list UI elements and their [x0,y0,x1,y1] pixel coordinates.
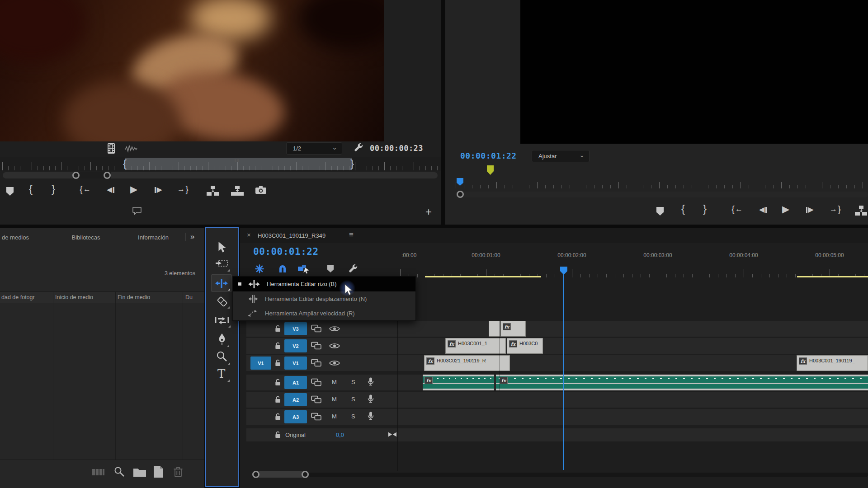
panel-menu-icon[interactable]: ≡ [349,231,354,239]
timeline-clip-v2-1[interactable]: fx H003C001_1 [445,338,506,354]
zoom-tool-button[interactable] [216,351,228,362]
edit-point-line[interactable] [500,321,500,390]
timeline-clip-v1-1[interactable]: fx H003C021_190119_R [424,355,510,371]
a2-mute-button[interactable]: M [332,396,337,403]
v1-sync-lock-button[interactable] [311,359,321,367]
v2-track-button[interactable]: V2 [284,339,307,352]
a3-mute-button[interactable]: M [332,413,337,420]
a2-sync-lock-button[interactable] [311,395,321,404]
a2-voiceover-button[interactable] [367,394,374,404]
zoom-handle-left[interactable] [72,172,80,179]
column-media-start[interactable]: Inicio de medio [55,294,93,300]
add-panel-button[interactable]: + [425,206,432,217]
new-item-button[interactable] [153,465,164,478]
tab-media-browser[interactable]: de medios [2,234,29,241]
selection-tool-button[interactable] [217,241,226,253]
timeline-ruler[interactable]: :00:00 00:00:01:00 00:00:02:00 00:00:03:… [399,249,868,278]
column-frame-rate[interactable]: dad de fotogr [1,294,35,300]
delete-button[interactable] [173,466,183,478]
v2-sync-lock-button[interactable] [311,342,321,350]
program-go-to-in-button[interactable]: { ← [731,204,743,214]
overwrite-button[interactable] [231,185,244,196]
drag-video-only-button[interactable] [107,143,116,154]
column-media-end[interactable]: Fin de medio [118,294,150,300]
v3-toggle-visibility-button[interactable] [329,325,340,332]
source-scrub-ruler[interactable]: { } [0,157,441,171]
timeline-clip-v1-2[interactable]: fx H003C001_190119_ [797,355,868,371]
a1-voiceover-button[interactable] [367,377,374,386]
new-bin-button[interactable] [133,467,146,477]
source-step-forward-button[interactable]: ▶ [155,186,162,193]
a3-track-button[interactable]: A3 [284,410,307,423]
a3-sync-lock-button[interactable] [311,413,321,421]
annotation-button[interactable] [132,206,142,215]
type-tool-button[interactable]: T [217,368,225,380]
a3-lock-button[interactable] [274,413,281,421]
timeline-audio-clip-a1-1[interactable]: fx [423,375,494,390]
timeline-timecode[interactable]: 00:00:01:22 [253,246,319,257]
a1-solo-button[interactable]: S [351,379,355,385]
zoom-handle-right[interactable] [104,172,111,179]
program-mark-in-button[interactable]: { [681,203,685,214]
find-button[interactable] [113,466,125,478]
a1-lock-button[interactable] [274,378,281,386]
menu-item-rolling-edit[interactable]: Herramienta Editar desplazamiento (N) [233,291,415,306]
menu-item-ripple-edit[interactable]: Herramienta Editar rizo (B) [233,277,415,291]
column-divider[interactable] [115,292,116,303]
menu-item-rate-stretch[interactable]: Herramienta Ampliar velocidad (R) [233,306,415,320]
timeline-zoom-scrollbar[interactable] [246,471,868,478]
v1-source-patch-button[interactable]: V1 [250,357,271,370]
a3-voiceover-button[interactable] [367,411,374,421]
column-divider[interactable] [53,292,53,303]
program-add-marker-button[interactable] [656,207,664,216]
source-play-button[interactable]: ▶ [130,184,137,194]
project-list-area[interactable] [0,303,204,460]
v3-lock-button[interactable] [274,324,281,333]
master-gain-value[interactable]: 0,0 [336,432,344,438]
program-zoom-scrollbar[interactable] [456,192,868,197]
program-step-forward-button[interactable]: ▶ [806,206,814,213]
sequence-marker-icon[interactable] [487,165,494,175]
razor-tool-button[interactable] [217,296,228,307]
panel-overflow-button[interactable]: » [190,233,194,240]
add-marker-button[interactable] [327,265,334,272]
timeline-settings-button[interactable] [348,263,359,274]
snap-toggle-button[interactable] [278,264,287,273]
close-icon[interactable]: × [247,231,251,238]
zoom-handle-left[interactable] [252,471,259,478]
playback-resolution-dropdown[interactable]: 1/2 ⌄ [286,142,342,155]
a1-mute-button[interactable]: M [332,379,337,385]
nest-toggle-button[interactable] [255,264,264,273]
timeline-audio-clip-a1-2[interactable]: fx [496,375,868,390]
v3-track-button[interactable]: V3 [284,322,307,335]
a1-track-button[interactable]: A1 [284,376,307,389]
source-mark-out-button[interactable]: } [52,183,55,194]
source-step-back-button[interactable]: ◀ [107,186,114,193]
zoom-handle-right[interactable] [302,471,309,478]
program-step-back-button[interactable]: ◀ [759,206,767,213]
source-go-to-in-button[interactable]: { ← [80,184,91,194]
ripple-edit-tool-button[interactable] [211,274,232,292]
v2-lock-button[interactable] [274,342,281,350]
program-scrub-ruler[interactable] [456,177,868,189]
lift-button[interactable] [854,205,868,216]
zoom-range-bar[interactable] [252,471,309,478]
insert-button[interactable] [206,185,220,196]
tab-libraries[interactable]: Bibliotecas [59,234,113,241]
source-add-marker-button[interactable] [6,187,14,196]
a3-solo-button[interactable]: S [351,413,355,420]
source-mark-in-button[interactable]: { [29,183,33,194]
icon-view-button[interactable] [92,468,106,477]
v3-sync-lock-button[interactable] [311,324,321,333]
timeline-clip-v3-2[interactable]: fx [500,321,526,337]
a1-sync-lock-button[interactable] [311,378,321,386]
pen-tool-button[interactable] [217,333,227,346]
master-lock-button[interactable] [274,431,281,439]
tab-info[interactable]: Información [126,234,180,241]
a2-lock-button[interactable] [274,395,281,404]
track-select-tool-button[interactable] [215,259,228,269]
zoom-handle-left[interactable] [457,191,464,198]
timeline-playhead-line[interactable] [563,274,564,470]
column-duration[interactable]: Du [185,294,193,300]
a2-track-button[interactable]: A2 [284,393,307,406]
